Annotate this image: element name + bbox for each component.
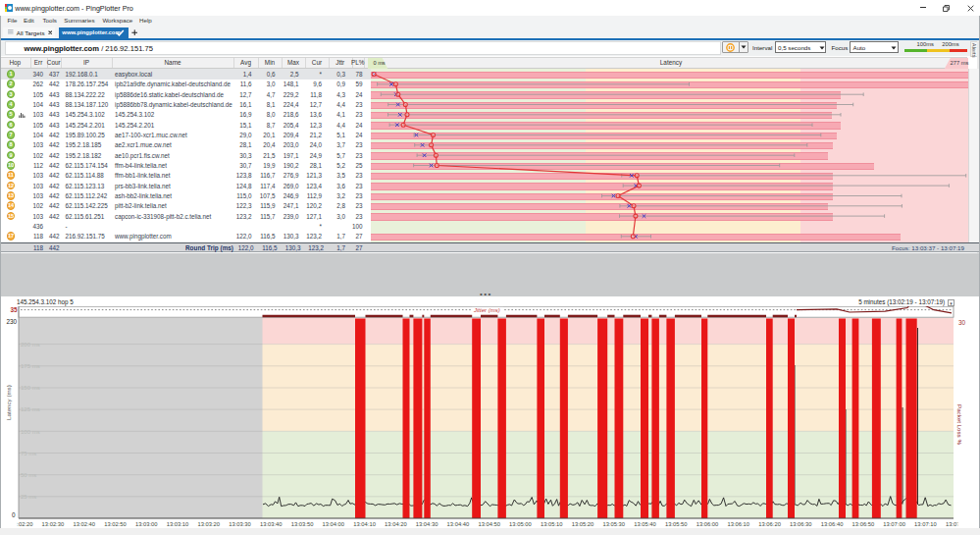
svg-text:13:03:10: 13:03:10 (167, 521, 189, 527)
svg-text:13:07:00: 13:07:00 (883, 521, 905, 527)
svg-text:30: 30 (958, 319, 966, 326)
svg-text:13:03:30: 13:03:30 (229, 521, 251, 527)
svg-text:35: 35 (11, 306, 19, 313)
svg-text:13:04:40: 13:04:40 (447, 521, 470, 527)
svg-text:13:06:50: 13:06:50 (852, 521, 875, 527)
svg-text:125 ms: 125 ms (21, 406, 40, 412)
svg-text:Latency (ms): Latency (ms) (5, 385, 12, 420)
svg-text:0: 0 (12, 511, 16, 518)
svg-text:13:04:30: 13:04:30 (416, 521, 438, 527)
svg-text:13:03:40: 13:03:40 (260, 521, 283, 527)
svg-text:25 ms: 25 ms (21, 494, 36, 500)
svg-text:100 ms: 100 ms (21, 429, 40, 435)
svg-text:13:04:10: 13:04:10 (353, 521, 376, 527)
svg-text:13:05:20: 13:05:20 (572, 521, 594, 527)
svg-text:13:02:50: 13:02:50 (104, 521, 127, 527)
svg-text:13:04:50: 13:04:50 (478, 521, 500, 527)
svg-text:75 ms: 75 ms (21, 451, 36, 456)
svg-text:13:05:00: 13:05:00 (509, 521, 532, 527)
svg-text:13:03:00: 13:03:00 (135, 521, 158, 527)
svg-text:13:06:40: 13:06:40 (821, 521, 844, 527)
svg-text:13:05:50: 13:05:50 (665, 521, 688, 527)
svg-text:13:02:40: 13:02:40 (73, 521, 95, 527)
svg-text:150 ms: 150 ms (21, 385, 40, 391)
svg-text:13:05:30: 13:05:30 (602, 521, 625, 527)
svg-text:13:03:50: 13:03:50 (291, 521, 314, 527)
svg-text:13:06:00: 13:06:00 (696, 521, 719, 527)
svg-text:13:06:10: 13:06:10 (728, 521, 750, 527)
svg-text:200 ms: 200 ms (21, 342, 40, 348)
svg-text:13:06:30: 13:06:30 (790, 521, 812, 527)
svg-text:230: 230 (7, 318, 18, 325)
svg-text:50 ms: 50 ms (21, 472, 36, 478)
svg-text:13:07:10: 13:07:10 (914, 521, 937, 527)
svg-text:13:03:20: 13:03:20 (198, 521, 221, 527)
svg-text:Jitter (ms): Jitter (ms) (473, 307, 500, 313)
svg-text:13:06:20: 13:06:20 (758, 521, 781, 527)
svg-text:13:04:20: 13:04:20 (385, 521, 407, 527)
svg-text:13:05:10: 13:05:10 (541, 521, 563, 527)
svg-text:13:02:30: 13:02:30 (42, 521, 65, 527)
svg-text:175 ms: 175 ms (21, 363, 40, 369)
svg-text:13:05:40: 13:05:40 (634, 521, 656, 527)
svg-text:13:04:00: 13:04:00 (323, 521, 345, 527)
svg-text:Packet Loss %: Packet Loss % (956, 404, 963, 445)
